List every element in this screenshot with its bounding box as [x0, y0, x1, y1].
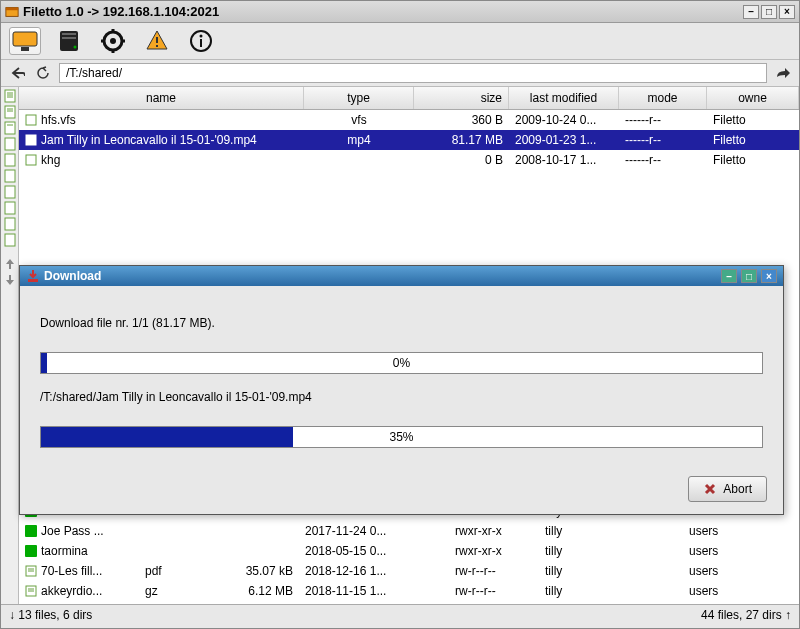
progress-total-label: 0% — [41, 353, 762, 373]
table-row[interactable]: Jam Tilly in Leoncavallo il 15-01-'09.mp… — [19, 130, 799, 150]
doc-icon[interactable] — [3, 105, 17, 119]
svg-rect-28 — [5, 138, 15, 150]
info-tool[interactable] — [185, 27, 217, 55]
file-icon — [25, 565, 37, 577]
col-mode[interactable]: mode — [619, 87, 707, 109]
status-right: 44 files, 27 dirs ↑ — [701, 608, 791, 621]
upload-icon[interactable] — [3, 257, 17, 271]
monitor-tool[interactable] — [9, 27, 41, 55]
col-name[interactable]: name — [19, 87, 304, 109]
svg-point-17 — [200, 35, 203, 38]
close-button[interactable]: × — [779, 5, 795, 19]
doc-icon[interactable] — [3, 137, 17, 151]
table-row[interactable]: Joe Pass ...2017-11-24 0...rwxr-xr-xtill… — [19, 521, 783, 541]
dialog-title: Download — [44, 269, 101, 283]
doc-icon[interactable] — [3, 217, 17, 231]
svg-rect-36 — [26, 135, 36, 145]
minimize-button[interactable]: – — [743, 5, 759, 19]
back-button[interactable] — [7, 64, 27, 82]
table-row[interactable]: taormina2018-05-15 0...rwxr-xr-xtillyuse… — [19, 541, 783, 561]
path-input[interactable] — [59, 63, 767, 83]
table-row[interactable]: alhambra...pdf149.75 kB2018-10-04 1...rw… — [19, 601, 783, 604]
svg-rect-14 — [156, 37, 158, 43]
dialog-min-button[interactable]: – — [721, 269, 737, 283]
svg-rect-26 — [5, 122, 15, 134]
svg-rect-35 — [26, 115, 36, 125]
file-icon — [25, 114, 37, 126]
svg-rect-2 — [13, 32, 37, 46]
cancel-icon — [703, 482, 717, 496]
svg-rect-5 — [62, 33, 76, 35]
progress-total: 0% — [40, 352, 763, 374]
main-window: Filetto 1.0 -> 192.168.1.104:2021 – □ × — [0, 0, 800, 629]
table-row[interactable]: akkeyrdio...gz6.12 MB2018-11-15 1...rw-r… — [19, 581, 783, 601]
svg-rect-29 — [5, 154, 15, 166]
maximize-button[interactable]: □ — [761, 5, 777, 19]
left-gutter — [1, 87, 19, 604]
abort-button[interactable]: Abort — [688, 476, 767, 502]
doc-icon[interactable] — [3, 89, 17, 103]
statusbar: ↓ 13 files, 6 dirs 44 files, 27 dirs ↑ — [1, 604, 799, 624]
dialog-max-button[interactable]: □ — [741, 269, 757, 283]
col-size[interactable]: size — [414, 87, 509, 109]
folder-icon — [25, 545, 37, 557]
download-icon[interactable] — [3, 273, 17, 287]
path-bar — [1, 60, 799, 87]
col-owner[interactable]: owne — [707, 87, 799, 109]
doc-icon[interactable] — [3, 201, 17, 215]
toolbar — [1, 23, 799, 60]
svg-rect-50 — [28, 279, 38, 282]
dialog-msg: Download file nr. 1/1 (81.17 MB). — [40, 316, 763, 330]
warning-tool[interactable] — [141, 27, 173, 55]
svg-rect-3 — [21, 47, 29, 51]
doc-icon[interactable] — [3, 121, 17, 135]
file-icon — [25, 134, 37, 146]
reload-button[interactable] — [33, 64, 53, 82]
status-left: ↓ 13 files, 6 dirs — [9, 608, 92, 621]
dialog-path: /T:/shared/Jam Tilly in Leoncavallo il 1… — [40, 390, 763, 404]
svg-rect-15 — [156, 45, 158, 47]
doc-icon[interactable] — [3, 153, 17, 167]
gear-tool[interactable] — [97, 27, 129, 55]
svg-rect-23 — [5, 106, 15, 118]
download-dialog: Download – □ × Download file nr. 1/1 (81… — [19, 265, 784, 515]
table-row[interactable]: 70-Les fill...pdf35.07 kB2018-12-16 1...… — [19, 561, 783, 581]
folder-icon — [25, 525, 37, 537]
svg-rect-6 — [62, 37, 76, 39]
svg-rect-19 — [5, 90, 15, 102]
forward-button[interactable] — [773, 64, 793, 82]
svg-rect-34 — [5, 234, 15, 246]
download-icon — [26, 269, 40, 283]
server-tool[interactable] — [53, 27, 85, 55]
progress-file-label: 35% — [41, 427, 762, 447]
panes: name type size last modified mode owne h… — [1, 87, 799, 604]
svg-rect-33 — [5, 218, 15, 230]
file-icon — [25, 154, 37, 166]
svg-rect-31 — [5, 186, 15, 198]
doc-icon[interactable] — [3, 185, 17, 199]
progress-file: 35% — [40, 426, 763, 448]
file-icon — [25, 585, 37, 597]
titlebar[interactable]: Filetto 1.0 -> 192.168.1.104:2021 – □ × — [1, 1, 799, 23]
doc-icon[interactable] — [3, 233, 17, 247]
svg-point-9 — [110, 38, 116, 44]
svg-rect-37 — [26, 155, 36, 165]
table-row[interactable]: hfs.vfsvfs360 B2009-10-24 0...------r--F… — [19, 110, 799, 130]
svg-rect-30 — [5, 170, 15, 182]
window-title: Filetto 1.0 -> 192.168.1.104:2021 — [23, 4, 743, 19]
dialog-titlebar[interactable]: Download – □ × — [20, 266, 783, 286]
svg-rect-1 — [6, 7, 18, 10]
svg-point-7 — [74, 46, 77, 49]
doc-icon[interactable] — [3, 169, 17, 183]
svg-rect-32 — [5, 202, 15, 214]
col-type[interactable]: type — [304, 87, 414, 109]
app-icon — [5, 5, 19, 19]
table-row[interactable]: khg0 B2008-10-17 1...------r--Filetto — [19, 150, 799, 170]
col-lastmod[interactable]: last modified — [509, 87, 619, 109]
dialog-close-button[interactable]: × — [761, 269, 777, 283]
svg-rect-18 — [200, 39, 202, 47]
